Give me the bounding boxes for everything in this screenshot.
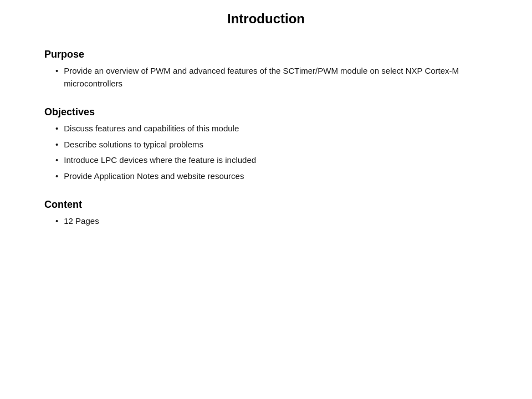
- section-heading-content: Content: [44, 199, 488, 211]
- section-purpose: PurposeProvide an overview of PWM and ad…: [44, 49, 488, 90]
- bullet-list-purpose: Provide an overview of PWM and advanced …: [44, 65, 488, 90]
- bullet-text: Provide an overview of PWM and advanced …: [64, 65, 488, 90]
- content-area: PurposeProvide an overview of PWM and ad…: [33, 49, 499, 377]
- list-item: 12 Pages: [44, 215, 488, 228]
- list-item: Provide an overview of PWM and advanced …: [44, 65, 488, 90]
- bullet-list-objectives: Discuss features and capabilities of thi…: [44, 122, 488, 182]
- section-content: Content12 Pages: [44, 199, 488, 228]
- page-container: Introduction PurposeProvide an overview …: [0, 0, 532, 399]
- list-item: Introduce LPC devices where the feature …: [44, 154, 488, 167]
- bullet-list-content: 12 Pages: [44, 215, 488, 228]
- list-item: Discuss features and capabilities of thi…: [44, 122, 488, 135]
- section-heading-objectives: Objectives: [44, 106, 488, 118]
- bullet-text: Introduce LPC devices where the feature …: [64, 154, 488, 167]
- section-heading-purpose: Purpose: [44, 49, 488, 60]
- bullet-text: 12 Pages: [64, 215, 488, 228]
- page-title: Introduction: [33, 11, 499, 27]
- section-objectives: ObjectivesDiscuss features and capabilit…: [44, 106, 488, 182]
- bullet-text: Provide Application Notes and website re…: [64, 170, 488, 183]
- list-item: Describe solutions to typical problems: [44, 139, 488, 151]
- bullet-text: Describe solutions to typical problems: [64, 139, 488, 151]
- list-item: Provide Application Notes and website re…: [44, 170, 488, 183]
- bullet-text: Discuss features and capabilities of thi…: [64, 122, 488, 135]
